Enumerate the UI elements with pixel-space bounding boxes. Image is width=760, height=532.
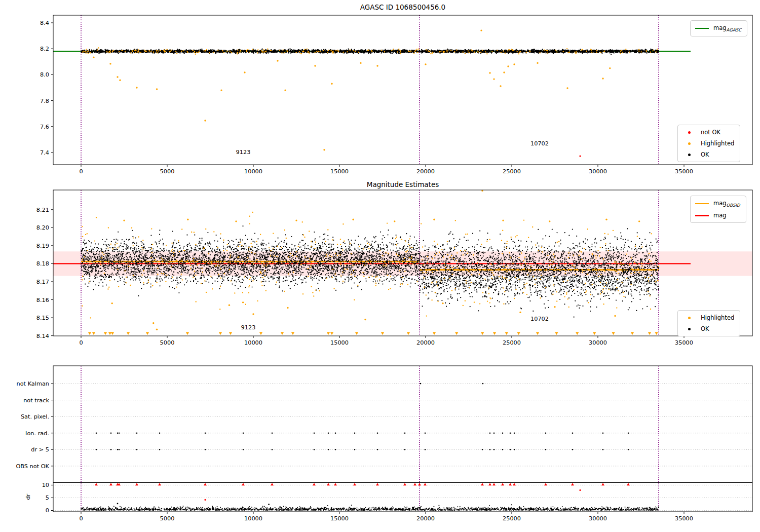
y-tick-label: 8.16 <box>36 297 49 303</box>
data-point-orange <box>554 306 555 308</box>
data-point-red <box>204 499 206 501</box>
y-tick-label: 8.20 <box>36 224 49 231</box>
data-point-orange <box>425 63 426 65</box>
data-point-orange <box>187 219 188 220</box>
figure: 050001000015000200002500030000350008.48.… <box>0 0 760 532</box>
x-tick-label: 0 <box>79 339 83 346</box>
x-tick-label: 25000 <box>503 339 521 346</box>
legend-dot-swatch <box>682 142 696 145</box>
data-point-black <box>117 503 119 505</box>
data-point-orange <box>156 329 158 330</box>
legend-label: magOBSID <box>713 200 740 208</box>
y-tick-label: not Kalman <box>17 381 49 387</box>
data-point-orange <box>352 219 354 220</box>
y-tick-label: 10 <box>42 482 49 488</box>
x-tick-label: 15000 <box>330 168 349 175</box>
x-tick-label: 20000 <box>416 168 435 175</box>
x-tick-label: 0 <box>79 515 83 522</box>
data-point-orange <box>204 120 206 121</box>
data-point-orange <box>376 65 378 66</box>
x-tick-label: 35000 <box>675 515 693 522</box>
data-point-orange <box>364 319 366 320</box>
legend-plot2-2: HighlightedOK <box>677 310 740 336</box>
data-point-orange <box>605 219 607 220</box>
chart-canvas: 050001000015000200002500030000350008.48.… <box>0 0 760 532</box>
legend-dot-swatch <box>682 154 696 156</box>
y-tick-label: 8.2 <box>40 46 49 52</box>
data-point-orange <box>156 88 158 90</box>
y-tick-label: dr > 5 <box>31 446 49 453</box>
data-point-orange <box>277 60 278 61</box>
plot2-title: Magnitude Estimates <box>53 180 752 188</box>
x-tick-label: 10000 <box>244 339 262 346</box>
data-point-orange <box>109 63 111 64</box>
data-point-black <box>268 504 270 505</box>
annotation-10702: 10702 <box>530 316 549 322</box>
data-point-orange <box>502 219 504 221</box>
legend-label: not OK <box>701 129 720 136</box>
legend-plot1-1: magAGASC <box>690 20 747 36</box>
data-point-red <box>579 489 581 491</box>
data-point-orange <box>220 89 222 91</box>
y-tick-label: OBS not OK <box>16 463 49 470</box>
data-point-orange <box>93 56 94 58</box>
x-tick-label: 25000 <box>503 515 521 522</box>
legend-label: magAGASC <box>713 24 741 32</box>
data-point-orange <box>235 220 237 222</box>
data-point-orange <box>244 71 245 73</box>
plot-0: 050001000015000200002500030000350008.48.… <box>40 15 752 175</box>
legend-label: Highlighted <box>701 140 734 147</box>
legend-item: Highlighted <box>682 314 734 321</box>
y-tick-label: 7.8 <box>40 98 49 104</box>
data-point-orange <box>394 220 395 222</box>
x-tick-label: 10000 <box>244 168 262 175</box>
plot1-title: AGASC ID 1068500456.0 <box>53 3 752 11</box>
data-point-orange <box>602 78 603 79</box>
data-point-orange <box>153 322 154 324</box>
x-tick-label: 35000 <box>675 168 693 175</box>
x-tick-label: 35000 <box>675 339 693 346</box>
data-point-orange <box>614 315 616 317</box>
x-tick-label: 30000 <box>589 168 607 175</box>
data-point-orange <box>500 85 501 87</box>
legend-label: Highlighted <box>701 314 734 321</box>
marker-row-down-orange <box>88 332 658 334</box>
y-tick-label: 8.14 <box>36 333 49 339</box>
data-point-orange <box>507 65 509 67</box>
legend-label: OK <box>701 325 709 332</box>
data-point-orange <box>433 219 435 220</box>
x-tick-label: 5000 <box>160 339 175 346</box>
y-tick-label: 8.15 <box>36 315 49 321</box>
data-point-orange <box>537 62 538 64</box>
legend-line-swatch <box>695 215 709 216</box>
data-point-orange <box>609 67 611 69</box>
x-tick-label: 5000 <box>160 168 175 175</box>
legend-item: mag <box>695 212 740 219</box>
plot-1: 050001000015000200002500030000350008.218… <box>36 190 752 346</box>
y-tick-label: 8.21 <box>36 207 49 213</box>
legend-plot2-1: magOBSIDmag <box>690 196 746 223</box>
annotation-9123: 9123 <box>241 324 256 331</box>
x-tick-label: 25000 <box>503 168 521 175</box>
x-tick-label: 20000 <box>416 515 435 522</box>
data-point-orange <box>519 312 521 313</box>
data-point-orange <box>442 302 443 304</box>
plot3-ylabel-dr: dr <box>25 494 31 500</box>
data-point-orange <box>252 313 254 315</box>
data-point-orange <box>513 63 515 65</box>
data-point-orange <box>549 220 550 222</box>
data-point-orange <box>117 76 118 78</box>
y-tick-label: 8.4 <box>40 20 49 26</box>
x-tick-label: 15000 <box>330 339 349 346</box>
y-tick-label: Sat. pixel. <box>21 413 49 420</box>
axes-frame <box>53 15 752 165</box>
data-point-orange <box>489 72 490 73</box>
annotation-9123: 9123 <box>236 149 251 156</box>
plot-2: 05000100001500020000250003000035000not K… <box>16 366 752 522</box>
scatter-cluster-black <box>81 505 659 510</box>
data-point-orange <box>566 87 568 89</box>
legend-dot-swatch <box>682 131 696 134</box>
data-point-orange <box>503 71 505 73</box>
x-tick-label: 30000 <box>589 515 607 522</box>
y-tick-label: 8.17 <box>36 279 49 285</box>
